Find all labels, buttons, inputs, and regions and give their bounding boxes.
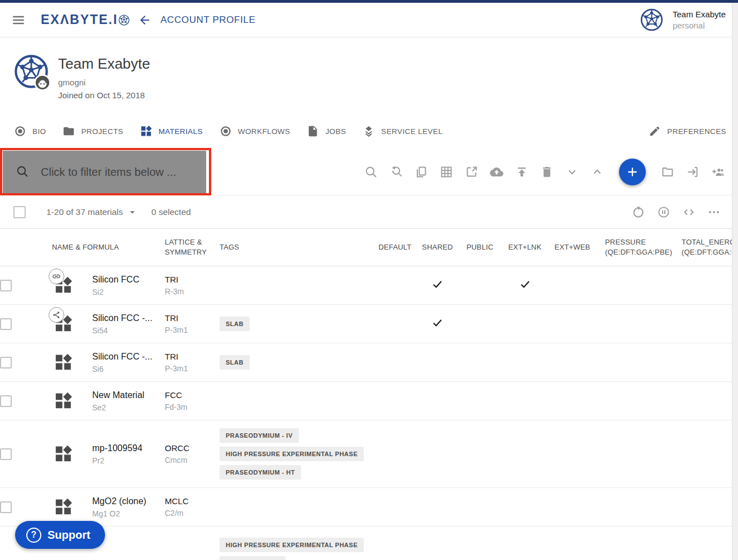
material-name[interactable]: New Material xyxy=(92,390,155,400)
column-header-line1: PRESSURE xyxy=(605,237,673,247)
scrollbar-track[interactable] xyxy=(732,3,738,560)
copy-icon[interactable] xyxy=(415,165,428,179)
exit-to-app-icon[interactable] xyxy=(686,165,699,179)
column-header-lattice[interactable]: LATTICE &SYMMETRY xyxy=(155,237,211,257)
material-name[interactable]: Silicon FCC -... xyxy=(92,352,155,362)
column-header-line2: (QE:DFT:GGA:PBE) xyxy=(605,247,673,257)
tag-chip[interactable]: PRASEODYMIUM - IV xyxy=(220,428,299,443)
column-header-line1: TOTAL_ENERGY xyxy=(682,237,738,247)
table-row[interactable]: HIGH PRESSURE EXPERIMENTAL PHASE xyxy=(0,527,738,560)
tab-workflows[interactable]: WORKFLOWS xyxy=(220,125,291,137)
pagination-dropdown[interactable]: 1-20 of 37 materials xyxy=(46,207,138,218)
add-material-button[interactable] xyxy=(619,159,646,185)
table-row[interactable]: Silicon FCCSi2TRIR-3m xyxy=(0,266,738,305)
upload-icon[interactable] xyxy=(515,165,528,179)
tab-jobs[interactable]: JOBS xyxy=(307,125,346,137)
team-avatar[interactable] xyxy=(640,8,663,31)
material-icon-cell xyxy=(42,353,83,372)
row-checkbox[interactable] xyxy=(0,280,12,291)
chevron-down-icon[interactable] xyxy=(565,165,579,179)
menu-icon[interactable] xyxy=(11,13,26,27)
file-icon xyxy=(307,125,319,137)
material-name[interactable]: Silicon FCC xyxy=(92,275,155,285)
column-header-shared[interactable]: SHARED xyxy=(416,242,459,252)
tag-chip[interactable]: HIGH PRESSURE EXPERIMENTAL PHASE xyxy=(220,447,364,461)
search-icon[interactable] xyxy=(364,165,378,179)
lattice-symmetry-cell: TRIP-3m1 xyxy=(155,352,211,373)
column-header-tags[interactable]: TAGS xyxy=(211,242,374,252)
pagination-label: 1-20 of 37 materials xyxy=(46,207,123,217)
materials-table-body: Silicon FCCSi2TRIR-3mSilicon FCC -...Si5… xyxy=(0,266,738,560)
back-arrow-icon[interactable] xyxy=(138,13,151,27)
row-checkbox[interactable] xyxy=(0,318,12,330)
material-formula: Se2 xyxy=(92,403,155,412)
chevron-up-icon[interactable] xyxy=(591,165,604,179)
tag-chip[interactable]: HIGH PRESSURE EXPERIMENTAL PHASE xyxy=(220,538,364,552)
column-header-default[interactable]: DEFAULT xyxy=(374,242,416,252)
material-name[interactable]: mp-1009594 xyxy=(92,443,155,453)
table-row[interactable]: mp-1009594Pr2ORCCCmcmPRASEODYMIUM - IVHI… xyxy=(0,420,738,488)
symmetry-group: Fd-3m xyxy=(165,403,211,411)
caret-down-icon xyxy=(127,207,138,218)
tab-service-level[interactable]: SERVICE LEVEL xyxy=(363,125,442,137)
tag-chip[interactable]: SLAB xyxy=(220,355,250,370)
material-name[interactable]: Silicon FCC -... xyxy=(92,313,155,323)
topbar-user-block[interactable]: Team Exabyte personal xyxy=(640,8,726,31)
tab-label: MATERIALS xyxy=(159,127,203,136)
lattice-type: TRI xyxy=(165,313,211,323)
more-horiz-icon[interactable] xyxy=(707,205,721,219)
trash-icon[interactable] xyxy=(540,165,554,179)
column-header-ext_web[interactable]: EXT+WEB xyxy=(549,242,596,252)
tab-projects[interactable]: PROJECTS xyxy=(63,125,123,137)
table-row[interactable]: MgO2 (clone)Mg1 O2MCLCC2/m xyxy=(0,488,738,527)
symmetry-group: C2/m xyxy=(165,509,211,518)
cloud-upload-icon[interactable] xyxy=(490,165,503,179)
lattice-type: TRI xyxy=(165,275,211,284)
select-all-checkbox[interactable] xyxy=(13,206,26,218)
table-row[interactable]: Silicon FCC -...Si6TRIP-3m1SLAB xyxy=(0,343,738,382)
tab-preferences[interactable]: PREFERENCES xyxy=(649,125,726,137)
table-row[interactable]: New MaterialSe2FCCFd-3m xyxy=(0,382,738,420)
material-type-icon xyxy=(54,497,73,516)
column-header-ext_lnk[interactable]: EXT+LNK xyxy=(501,242,549,252)
row-checkbox[interactable] xyxy=(0,395,12,407)
material-name[interactable]: MgO2 (clone) xyxy=(92,496,155,506)
filter-input[interactable] xyxy=(3,151,206,193)
support-button[interactable]: ? Support xyxy=(15,521,105,549)
table-row[interactable]: Silicon FCC -...Si54TRIP-3m1SLAB xyxy=(0,305,738,343)
lattice-type: ORCC xyxy=(165,443,211,453)
tab-materials[interactable]: MATERIALS xyxy=(140,125,203,137)
check-icon xyxy=(431,278,444,290)
pause-circle-icon[interactable] xyxy=(657,205,670,219)
undo-icon[interactable] xyxy=(632,205,645,219)
row-checkbox[interactable] xyxy=(0,448,12,460)
open-in-new-icon[interactable] xyxy=(465,165,478,179)
name-formula-cell: Silicon FCC -...Si6 xyxy=(83,352,155,374)
column-header-public[interactable]: PUBLIC xyxy=(459,242,501,252)
tag-chip[interactable]: PRASEODYMIUM - HT xyxy=(220,465,301,480)
name-formula-cell: MgO2 (clone)Mg1 O2 xyxy=(83,496,155,518)
material-icon-cell xyxy=(42,314,83,333)
selected-count: 0 selected xyxy=(151,207,191,217)
lattice-symmetry-cell: TRIP-3m1 xyxy=(155,313,211,334)
code-icon[interactable] xyxy=(682,205,696,219)
tab-bio[interactable]: BIO xyxy=(14,125,46,137)
material-type-icon xyxy=(54,353,73,372)
group-add-icon[interactable] xyxy=(711,165,725,179)
column-header-pressure[interactable]: PRESSURE(QE:DFT:GGA:PBE) xyxy=(596,237,673,257)
profile-tabs: BIOPROJECTSMATERIALSWORKFLOWSJOBSSERVICE… xyxy=(0,114,738,148)
column-header-name[interactable]: NAME & FORMULA xyxy=(42,242,155,252)
folder-outline-icon[interactable] xyxy=(661,165,674,179)
grid-icon[interactable] xyxy=(440,165,453,179)
tag-chip[interactable]: SLAB xyxy=(220,317,250,331)
row-checkbox[interactable] xyxy=(0,357,12,368)
row-checkbox[interactable] xyxy=(0,501,12,513)
layers-icon xyxy=(363,125,375,137)
tags-cell: HIGH PRESSURE EXPERIMENTAL PHASE xyxy=(211,538,374,560)
face-badge-icon xyxy=(34,74,51,91)
tag-chip[interactable] xyxy=(220,556,285,560)
tab-label: SERVICE LEVEL xyxy=(381,127,442,136)
column-header-total_energy[interactable]: TOTAL_ENERGY(QE:DFT:GGA:PBE) xyxy=(673,237,738,257)
exabyte-logo[interactable]: EXΛBYTE.I xyxy=(41,12,130,27)
search-again-icon[interactable] xyxy=(389,165,403,179)
